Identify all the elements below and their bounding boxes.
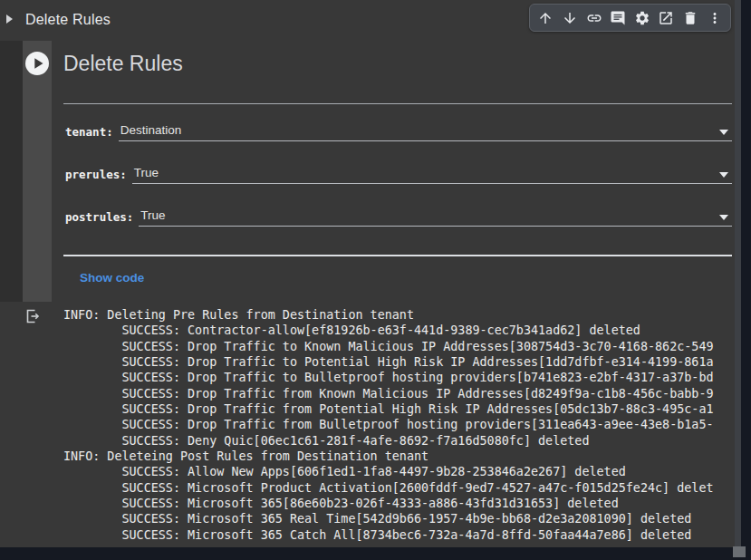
scrollbar-corner[interactable]: [733, 546, 746, 557]
frame-right-border: [741, 0, 751, 560]
show-code-link[interactable]: Show code: [80, 271, 144, 285]
more-actions-icon[interactable]: [707, 10, 723, 26]
chevron-down-icon[interactable]: [719, 215, 728, 220]
tenant-field-label: tenant:: [65, 125, 113, 141]
cell-gutter: [23, 41, 52, 302]
mirror-cell-icon[interactable]: [658, 10, 674, 26]
tenant-dropdown-value: Destination: [120, 123, 182, 137]
chevron-down-icon[interactable]: [719, 130, 728, 135]
cell-toolbar: [529, 4, 731, 32]
heading-divider: [63, 103, 732, 104]
prerules-dropdown-value: True: [134, 166, 159, 179]
delete-cell-icon[interactable]: [682, 10, 698, 26]
vertical-scrollbar-track[interactable]: [735, 0, 741, 547]
tenant-dropdown[interactable]: Destination: [119, 121, 732, 141]
move-cell-up-icon[interactable]: [537, 10, 554, 26]
field-row-prerules: prerules: True: [65, 162, 732, 184]
postrules-dropdown[interactable]: True: [139, 207, 732, 227]
field-row-tenant: tenant: Destination: [65, 120, 732, 141]
run-cell-button[interactable]: [25, 52, 49, 75]
cell-output-icon: [24, 308, 41, 324]
notebook-left-margin: [0, 41, 23, 302]
notebook-frame: Delete Rules Delete Rules: [0, 0, 751, 560]
move-cell-down-icon[interactable]: [562, 10, 578, 26]
prerules-field-label: prerules:: [65, 168, 127, 184]
field-row-postrules: postrules: True: [65, 205, 732, 227]
cell-title: Delete Rules: [63, 52, 183, 76]
console-output[interactable]: INFO: Deleting Pre Rules from Destinatio…: [63, 307, 735, 547]
comment-icon[interactable]: [610, 10, 626, 26]
section-title: Delete Rules: [25, 12, 111, 28]
frame-bottom-border: [0, 547, 741, 560]
copy-link-icon[interactable]: [586, 10, 602, 26]
postrules-field-label: postrules:: [65, 210, 133, 227]
chevron-down-icon[interactable]: [719, 172, 728, 178]
form-bottom-divider: [63, 255, 732, 256]
postrules-dropdown-value: True: [140, 208, 165, 222]
prerules-dropdown[interactable]: True: [132, 164, 732, 184]
play-icon: [25, 52, 49, 75]
collapse-section-icon[interactable]: [6, 14, 13, 24]
settings-gear-icon[interactable]: [634, 10, 650, 26]
